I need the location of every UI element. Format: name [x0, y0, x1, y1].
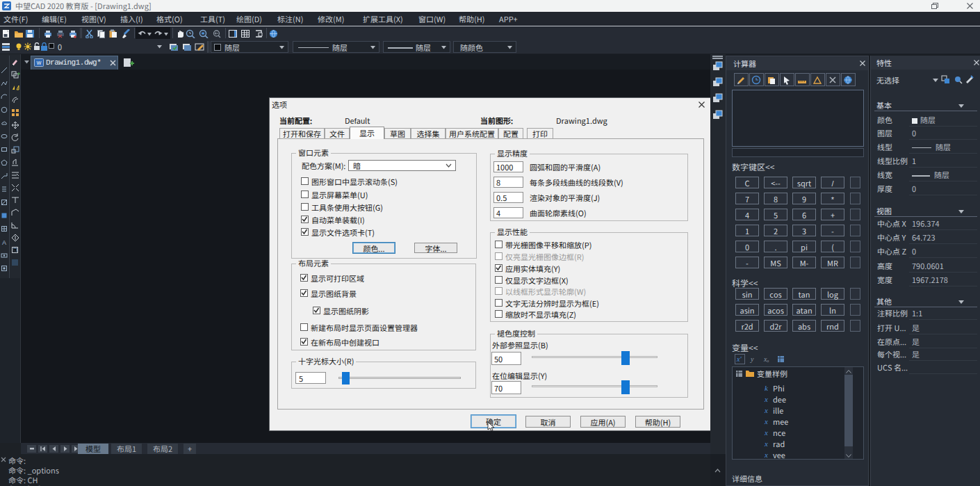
svg-text:A: A — [2, 239, 6, 246]
svg-text:xₒ: xₒ — [763, 355, 769, 363]
svg-text:y: y — [750, 355, 754, 363]
svg-text:W: W — [37, 60, 42, 65]
